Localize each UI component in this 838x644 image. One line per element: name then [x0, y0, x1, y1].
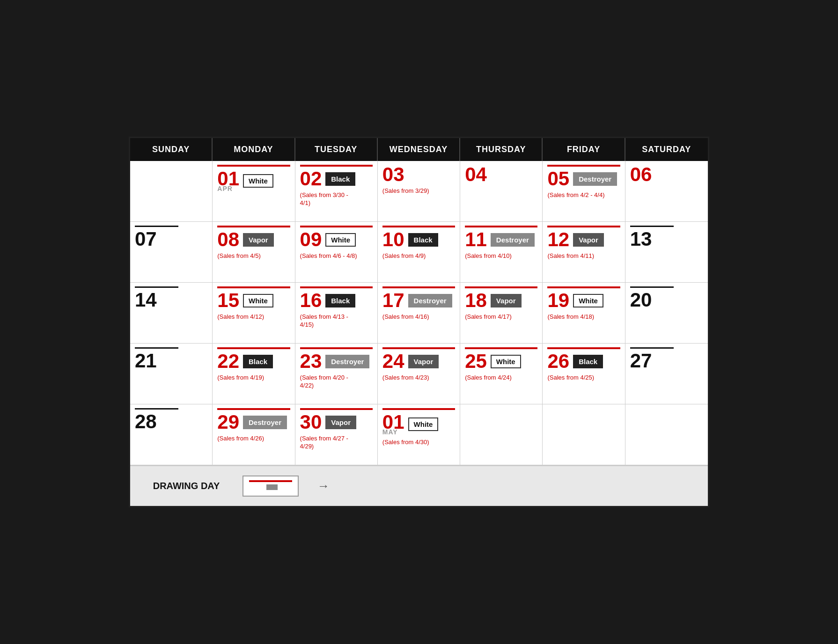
- day-number: 24: [382, 350, 404, 372]
- day-cell-w5-sat: [625, 404, 708, 465]
- day-top: 12Vapor: [547, 230, 620, 249]
- day-cell-w4-mon: 22Black(Sales from 4/19): [213, 344, 295, 404]
- day-number: 28: [135, 410, 157, 432]
- day-cell-w5-thu: [460, 404, 543, 465]
- footer-red-line: [249, 480, 292, 482]
- sales-note: (Sales from 4/26): [217, 435, 290, 443]
- day-number-wrapper: 18: [465, 291, 487, 310]
- sales-note: (Sales from 4/18): [547, 313, 620, 321]
- header-day-thursday: THURSDAY: [460, 138, 543, 161]
- day-top: 04: [465, 165, 537, 184]
- color-badge-white[interactable]: White: [243, 174, 273, 188]
- color-badge-destroyer[interactable]: Destroyer: [573, 172, 617, 186]
- footer-example-badge: [266, 484, 278, 490]
- red-line: [382, 286, 455, 288]
- day-number: 22: [217, 350, 239, 372]
- day-number-wrapper: 01MAY: [382, 412, 404, 436]
- sales-note: (Sales from 4/6 - 4/8): [300, 252, 373, 260]
- day-cell-w5-sun: 28: [130, 404, 213, 465]
- color-badge-vapor[interactable]: Vapor: [573, 233, 604, 247]
- day-number-wrapper: 12: [547, 230, 569, 249]
- footer-example-day: [264, 484, 278, 490]
- footer-arrow-icon: →: [317, 479, 330, 493]
- day-top: 28: [135, 412, 207, 432]
- day-cell-w3-tue: 16Black(Sales from 4/13 - 4/15): [295, 283, 378, 344]
- color-badge-white[interactable]: White: [325, 233, 356, 247]
- color-badge-black[interactable]: Black: [325, 294, 355, 307]
- day-number: 09: [300, 228, 322, 250]
- day-cell-w5-mon: 29Destroyer(Sales from 4/26): [213, 404, 295, 465]
- red-line: [300, 347, 373, 349]
- sales-note: (Sales from 4/25): [547, 374, 620, 382]
- day-number: 05: [547, 168, 569, 190]
- day-number-wrapper: 29: [217, 412, 239, 432]
- day-number-wrapper: 24: [382, 351, 404, 371]
- color-badge-vapor[interactable]: Vapor: [408, 355, 439, 368]
- day-top: 02Black: [300, 169, 373, 189]
- day-cell-w4-thu: 25White(Sales from 4/24): [460, 344, 543, 404]
- day-number-wrapper: 05: [547, 169, 569, 189]
- header-day-monday: MONDAY: [213, 138, 295, 161]
- sales-note: (Sales from 4/2 - 4/4): [547, 191, 620, 199]
- sales-note: (Sales from 4/16): [382, 313, 455, 321]
- color-badge-destroyer[interactable]: Destroyer: [325, 355, 369, 368]
- day-number: 16: [300, 289, 322, 311]
- red-line: [547, 286, 620, 288]
- color-badge-black[interactable]: Black: [573, 355, 603, 368]
- color-badge-vapor[interactable]: Vapor: [325, 416, 356, 429]
- sales-note: (Sales from 4/19): [217, 374, 290, 382]
- color-badge-white[interactable]: White: [408, 417, 439, 431]
- red-line: [217, 286, 290, 288]
- color-badge-destroyer[interactable]: Destroyer: [243, 416, 287, 429]
- color-badge-destroyer[interactable]: Destroyer: [408, 294, 452, 307]
- color-badge-white[interactable]: White: [491, 355, 521, 368]
- sales-note: (Sales from 4/11): [547, 252, 620, 260]
- day-number-wrapper: 20: [630, 290, 652, 310]
- color-badge-black[interactable]: Black: [408, 233, 438, 247]
- color-badge-black[interactable]: Black: [325, 172, 355, 186]
- sales-note: (Sales from 4/24): [465, 374, 537, 382]
- day-cell-w3-sat: 20: [625, 283, 708, 344]
- color-badge-white[interactable]: White: [243, 294, 273, 307]
- day-top: 29Destroyer: [217, 412, 290, 432]
- day-cell-w2-sat: 13: [625, 222, 708, 283]
- day-cell-w3-fri: 19White(Sales from 4/18): [543, 283, 625, 344]
- day-number-wrapper: 09: [300, 230, 322, 249]
- day-cell-w1-mon: 01APRWhite: [213, 161, 295, 222]
- day-number: 12: [547, 228, 569, 250]
- sales-note: (Sales from 4/17): [465, 313, 537, 321]
- drawing-day-section: DRAWING DAY: [144, 481, 228, 491]
- sales-note: (Sales from 3/29): [382, 187, 455, 195]
- day-cell-w2-sun: 07: [130, 222, 213, 283]
- day-top: 07: [135, 229, 207, 249]
- day-top: 18Vapor: [465, 291, 537, 310]
- day-top: 21: [135, 351, 207, 371]
- day-cell-w1-sun: [130, 161, 213, 222]
- day-cell-w1-thu: 04: [460, 161, 543, 222]
- black-line: [135, 347, 178, 349]
- day-top: 20: [630, 290, 703, 310]
- day-number-wrapper: 17: [382, 291, 404, 310]
- drawing-day-title: DRAWING DAY: [144, 481, 228, 491]
- day-cell-w3-mon: 15White(Sales from 4/12): [213, 283, 295, 344]
- day-number-wrapper: 23: [300, 351, 322, 371]
- day-number-wrapper: 02: [300, 169, 322, 189]
- sales-note: (Sales from 4/27 - 4/29): [300, 435, 373, 451]
- color-badge-white[interactable]: White: [573, 294, 603, 307]
- color-badge-black[interactable]: Black: [243, 355, 273, 368]
- day-top: 05Destroyer: [547, 169, 620, 189]
- day-cell-w2-wed: 10Black(Sales from 4/9): [378, 222, 460, 283]
- color-badge-destroyer[interactable]: Destroyer: [491, 233, 535, 247]
- red-line: [382, 408, 455, 410]
- red-line: [465, 347, 537, 349]
- day-cell-w2-fri: 12Vapor(Sales from 4/11): [543, 222, 625, 283]
- red-line: [300, 408, 373, 410]
- color-badge-vapor[interactable]: Vapor: [243, 233, 274, 247]
- color-badge-vapor[interactable]: Vapor: [491, 294, 522, 307]
- day-number-wrapper: 07: [135, 229, 157, 249]
- day-number-wrapper: 14: [135, 290, 157, 310]
- day-top: 16Black: [300, 291, 373, 310]
- day-cell-w1-fri: 05Destroyer(Sales from 4/2 - 4/4): [543, 161, 625, 222]
- day-top: 22Black: [217, 351, 290, 371]
- sales-note: (Sales from 4/9): [382, 252, 455, 260]
